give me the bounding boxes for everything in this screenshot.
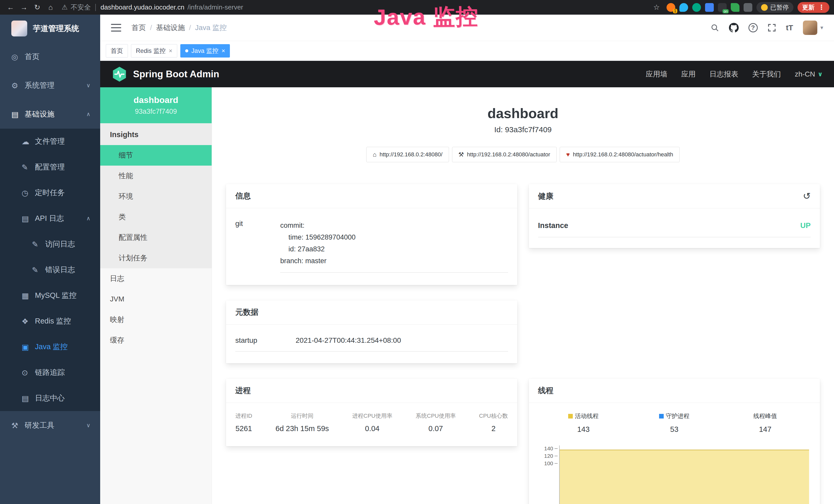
sba-nav-wallboard[interactable]: 应用墙	[646, 69, 667, 79]
sba-header: Spring Boot Admin 应用墙 应用 日志报表 关于我们 zh-CN…	[100, 61, 834, 87]
sidebar-item-infra[interactable]: ▤ 基础设施 ∧	[0, 100, 100, 129]
back-icon[interactable]: ←	[5, 2, 17, 13]
card-title: 元数据	[226, 300, 517, 324]
sidebar-item-file-manage[interactable]: ☁ 文件管理	[0, 129, 100, 154]
browser-update-button[interactable]: 更新 ⋮	[797, 2, 829, 13]
extensions-puzzle-icon[interactable]	[744, 3, 752, 12]
sidebar-fold-icon[interactable]	[111, 24, 121, 31]
history-icon[interactable]: ↺	[803, 191, 811, 202]
sba-nav-applications[interactable]: 应用	[681, 69, 696, 79]
sba-item-jvm[interactable]: JVM	[100, 289, 212, 310]
y-tick: 140	[544, 445, 557, 452]
help-icon[interactable]: ?	[748, 23, 758, 32]
infra-submenu: ☁ 文件管理 ✎ 配置管理 ◷ 定时任务 ▤ API 日志 ∧ ✎	[0, 129, 100, 411]
status-badge: UP	[800, 221, 811, 230]
bookmark-star-icon[interactable]: ☆	[651, 2, 662, 13]
sidebar-item-label: 日志中心	[35, 393, 65, 403]
sba-nav-about[interactable]: 关于我们	[752, 69, 781, 79]
browser-home-icon[interactable]: ⌂	[45, 2, 57, 13]
extension-y-icon[interactable]	[692, 3, 701, 12]
sidebar-item-label: 基础设施	[25, 109, 54, 119]
metadata-card: 元数据 startup 2021-04-27T00:44:31.254+08:0…	[226, 300, 517, 363]
legend-daemon-threads: 守护进程 53	[629, 412, 720, 434]
heart-icon: ♥	[566, 151, 570, 158]
profile-paused-badge[interactable]: 已暂停	[756, 2, 793, 13]
app-logo[interactable]: 芋道管理系统	[0, 15, 100, 42]
breadcrumb-infra[interactable]: 基础设施	[156, 23, 185, 32]
sba-item-mappings[interactable]: 映射	[100, 310, 212, 330]
sba-brand[interactable]: Spring Boot Admin	[133, 69, 219, 79]
extension-leaf-icon[interactable]	[731, 3, 740, 12]
sidebar-item-system[interactable]: ⚙ 系统管理 ∨	[0, 71, 100, 100]
sba-content: dashboard Id: 93a3fc7f7409 ⌂ http://192.…	[212, 87, 834, 504]
close-icon[interactable]: ×	[221, 47, 225, 54]
gear-icon: ⚙	[11, 81, 25, 90]
user-menu[interactable]: ▾	[803, 21, 823, 35]
sidebar-item-redis-monitor[interactable]: ❖ Redis 监控	[0, 308, 100, 334]
fullscreen-icon[interactable]	[767, 23, 776, 32]
github-icon[interactable]	[729, 23, 739, 32]
sba-insights-group: Insights 细节 性能 环境 类 配置属性 计划任务	[100, 123, 212, 268]
sidebar-item-trace[interactable]: ⊙ 链路追踪	[0, 360, 100, 385]
forward-icon[interactable]: →	[18, 2, 30, 13]
log-center-icon: ▤	[22, 394, 35, 403]
text-size-icon[interactable]: tT	[786, 23, 793, 32]
sba-item-classes[interactable]: 类	[100, 207, 212, 227]
health-url-link[interactable]: ♥ http://192.168.0.2:48080/actuator/heal…	[560, 147, 679, 162]
sba-nav-journal[interactable]: 日志报表	[709, 69, 738, 79]
sba-instance-selector[interactable]: dashboard 93a3fc7f7409	[100, 87, 212, 123]
sba-item-properties[interactable]: 配置属性	[100, 227, 212, 248]
tab-redis-monitor[interactable]: Redis 监控 ×	[131, 44, 177, 58]
actuator-url-link[interactable]: ⚒ http://192.168.0.2:48080/actuator	[452, 147, 557, 162]
tab-java-monitor[interactable]: Java 监控 ×	[180, 44, 230, 58]
y-tick: 100	[544, 460, 557, 466]
tools-icon: ⚒	[11, 421, 25, 430]
tab-home[interactable]: 首页	[106, 44, 128, 58]
browser-menu-icon[interactable]: ⋮	[818, 3, 825, 11]
tab-label: Java 监控	[191, 47, 218, 55]
sba-language-select[interactable]: zh-CN ∨	[795, 70, 823, 78]
address-bar[interactable]: ⚠ 不安全 dashboard.yudao.iocoder.cn/infra/a…	[62, 3, 243, 12]
avatar	[803, 21, 817, 35]
dashboard-icon: ◎	[11, 52, 25, 61]
tabs-bar: 首页 Redis 监控 × Java 监控 ×	[100, 41, 834, 61]
sba-item-caches[interactable]: 缓存	[100, 330, 212, 350]
sidebar-item-log-center[interactable]: ▤ 日志中心	[0, 385, 100, 411]
sidebar-item-config-manage[interactable]: ✎ 配置管理	[0, 154, 100, 180]
home-icon: ⌂	[373, 151, 376, 158]
sba-item-details[interactable]: 细节	[100, 145, 212, 166]
log-icon: ✎	[32, 266, 45, 274]
sba-item-logs[interactable]: 日志	[100, 268, 212, 289]
spring-boot-admin-logo-icon[interactable]	[111, 66, 127, 82]
reload-icon[interactable]: ↻	[31, 2, 43, 13]
log-icon: ✎	[32, 240, 45, 249]
sba-item-scheduled-tasks[interactable]: 计划任务	[100, 248, 212, 268]
cpu-cores: CPU核心数 2	[479, 412, 508, 433]
extension-drop-icon[interactable]	[679, 3, 688, 12]
extension-grid-icon[interactable]	[705, 3, 714, 12]
sidebar-item-java-monitor[interactable]: ▣ Java 监控	[0, 334, 100, 360]
health-instance-label[interactable]: Instance	[538, 221, 568, 230]
y-tick: 120	[544, 453, 557, 459]
sidebar-item-access-log[interactable]: ✎ 访问日志	[0, 231, 100, 257]
sba-sidebar: dashboard 93a3fc7f7409 Insights 细节 性能 环境…	[100, 87, 212, 504]
extension-on-icon[interactable]: on	[718, 3, 727, 12]
sidebar-item-mysql-monitor[interactable]: ▦ MySQL 监控	[0, 283, 100, 308]
sidebar-item-home[interactable]: ◎ 首页	[0, 42, 100, 71]
sidebar-item-error-log[interactable]: ✎ 错误日志	[0, 257, 100, 283]
sidebar-item-dev-tools[interactable]: ⚒ 研发工具 ∨	[0, 411, 100, 440]
breadcrumb-home[interactable]: 首页	[132, 23, 146, 32]
card-title: 信息	[226, 184, 517, 208]
close-icon[interactable]: ×	[169, 47, 172, 54]
sba-item-environment[interactable]: 环境	[100, 186, 212, 207]
extension-fox-icon[interactable]: 1	[666, 3, 675, 12]
sidebar-item-scheduled-job[interactable]: ◷ 定时任务	[0, 180, 100, 206]
info-key: git	[235, 220, 280, 273]
sba-item-performance[interactable]: 性能	[100, 166, 212, 186]
url-host: dashboard.yudao.iocoder.cn	[101, 3, 184, 11]
sidebar-item-api-log[interactable]: ▤ API 日志 ∧	[0, 206, 100, 231]
language-label: zh-CN	[795, 70, 815, 78]
sba-nav: 应用墙 应用 日志报表 关于我们 zh-CN ∨	[646, 69, 823, 79]
service-url-link[interactable]: ⌂ http://192.168.0.2:48080/	[366, 147, 449, 162]
search-icon[interactable]	[710, 23, 719, 32]
